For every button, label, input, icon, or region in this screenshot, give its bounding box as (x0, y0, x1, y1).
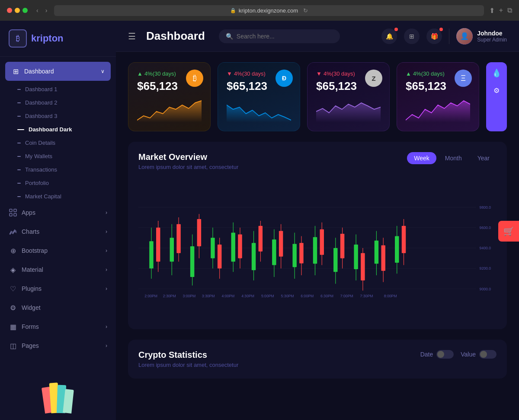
sub-indicator (17, 196, 21, 197)
market-overview-info: Market Overview Lorem ipsum dolor sit am… (138, 152, 238, 170)
sidebar-item-charts[interactable]: Charts › (0, 222, 116, 241)
svg-rect-53 (340, 234, 344, 258)
trend-text: 4%(30 days) (324, 70, 355, 77)
trend-arrow-down: ▼ (227, 70, 232, 77)
sub-item-label: Dashboard Dark (29, 126, 72, 133)
svg-rect-51 (333, 248, 337, 272)
date-toggle-item: Date (420, 350, 454, 359)
time-tab-year[interactable]: Year (471, 152, 497, 164)
sub-item-coin-details[interactable]: Coin Details (9, 136, 116, 150)
svg-text:5:00PM: 5:00PM (261, 294, 274, 298)
crypto-cards-row: ▲ 4%(30 days) $65,123 ₿ (128, 62, 507, 131)
svg-rect-29 (218, 245, 221, 268)
sub-item-my-wallets[interactable]: My Wallets (9, 150, 116, 163)
sidebar-item-apps[interactable]: Apps › (0, 203, 116, 222)
svg-rect-3 (14, 213, 16, 216)
svg-text:3:30PM: 3:30PM (202, 294, 215, 298)
sidebar-item-widget[interactable]: ⚙ Widget (0, 298, 116, 317)
svg-text:9400.0: 9400.0 (480, 246, 491, 250)
browser-nav: ‹ › (35, 6, 49, 15)
close-dot[interactable] (7, 8, 12, 13)
svg-rect-19 (170, 238, 174, 261)
material-icon: ◈ (9, 265, 17, 274)
gift-button[interactable]: 🎁 (426, 29, 442, 44)
time-tab-week[interactable]: Week (407, 152, 436, 164)
settings-icon-small[interactable]: ⚙ (493, 86, 500, 95)
search-input[interactable] (237, 33, 333, 40)
sub-item-dashboard-dark[interactable]: Dashboard Dark (9, 123, 116, 136)
crypto-card-btc: ▲ 4%(30 days) $65,123 ₿ (128, 62, 211, 131)
minimize-dot[interactable] (15, 8, 20, 13)
app-container: ₿ kripton ⊞ Dashboard ∨ Dashboard 1 Dash… (0, 21, 519, 420)
sidebar-item-dashboard[interactable]: ⊞ Dashboard ∨ (5, 62, 111, 81)
pages-label: Pages (22, 342, 39, 349)
back-button[interactable]: ‹ (35, 6, 40, 15)
sidebar-item-material[interactable]: ◈ Material › (0, 260, 116, 279)
svg-rect-17 (156, 228, 160, 262)
svg-rect-35 (252, 243, 256, 270)
sidebar-item-forms[interactable]: ▦ Forms › (0, 317, 116, 336)
logo-area: ₿ kripton (0, 21, 116, 57)
svg-rect-21 (176, 224, 180, 253)
svg-text:7:00PM: 7:00PM (340, 294, 353, 298)
forms-label: Forms (22, 323, 39, 330)
crypto-stats-info: Crypto Statistics Lorem ipsum dolor sit … (138, 350, 238, 368)
search-icon: 🔍 (226, 33, 233, 40)
sidebar-illustration (0, 376, 116, 420)
value-toggle-label: Value (461, 351, 476, 358)
sub-item-label: Dashboard 2 (25, 99, 57, 106)
toggle-knob (437, 351, 444, 358)
apps-label: Apps (22, 209, 35, 216)
bell-icon: 🔔 (386, 33, 393, 40)
new-tab-icon[interactable]: + (499, 6, 503, 15)
search-bar[interactable]: 🔍 (219, 29, 340, 43)
time-tab-month[interactable]: Month (438, 152, 469, 164)
sub-item-market-capital[interactable]: Market Capital (9, 190, 116, 203)
lock-icon: 🔒 (230, 8, 236, 13)
forward-button[interactable]: › (44, 6, 49, 15)
share-icon[interactable]: ⬆ (489, 6, 495, 15)
tabs-icon[interactable]: ⧉ (507, 6, 512, 15)
menu-button[interactable]: ☰ (128, 31, 136, 41)
user-profile[interactable]: 👤 Johndoe Super Admin (456, 28, 507, 45)
grid-icon: ⊞ (409, 33, 414, 40)
sub-item-dashboard3[interactable]: Dashboard 3 (9, 109, 116, 123)
toggle-knob (480, 351, 487, 358)
market-overview-header: Market Overview Lorem ipsum dolor sit am… (138, 152, 497, 170)
sub-item-label: Coin Details (25, 140, 55, 146)
address-bar[interactable]: 🔒 kripton.dexignzone.com ↻ (54, 5, 484, 16)
svg-rect-23 (190, 246, 194, 277)
apps-grid-button[interactable]: ⊞ (404, 29, 420, 44)
browser-chrome: ‹ › 🔒 kripton.dexignzone.com ↻ ⬆ + ⧉ (0, 0, 519, 21)
svg-rect-1 (14, 209, 16, 212)
candlestick-chart-container: 9800.0 9600.0 9400.0 9200.0 9000.0 (138, 179, 497, 319)
crypto-card-zec: ▼ 4%(30 days) $65,123 Z (307, 62, 390, 131)
svg-rect-57 (361, 253, 365, 280)
svg-text:6:00PM: 6:00PM (301, 294, 314, 298)
float-cart-button[interactable]: 🛒 (498, 221, 519, 242)
sub-item-label: Transactions (25, 166, 57, 173)
sidebar-item-bootstrap[interactable]: ⊕ Bootstrap › (0, 241, 116, 260)
plugins-icon: ♡ (9, 284, 17, 293)
date-toggle[interactable] (436, 350, 454, 359)
sub-item-dashboard2[interactable]: Dashboard 2 (9, 96, 116, 109)
divider (449, 29, 449, 44)
maximize-dot[interactable] (22, 8, 28, 13)
value-toggle[interactable] (479, 350, 497, 359)
sub-item-dashboard1[interactable]: Dashboard 1 (9, 83, 116, 96)
apps-icon (9, 208, 17, 217)
sub-item-label: Market Capital (25, 193, 61, 200)
topbar-actions: 🔔 ⊞ 🎁 👤 Johndoe Super A (381, 28, 507, 45)
sidebar-item-pages[interactable]: ◫ Pages › (0, 336, 116, 355)
notification-button[interactable]: 🔔 (381, 29, 397, 44)
page-title: Dashboard (146, 29, 205, 43)
svg-rect-63 (395, 236, 399, 263)
sidebar-item-plugins[interactable]: ♡ Plugins › (0, 279, 116, 298)
svg-rect-45 (299, 243, 303, 263)
reload-icon[interactable]: ↻ (303, 7, 308, 14)
zec-chart (316, 96, 381, 122)
eth-badge: Ξ (455, 70, 472, 87)
sub-item-portofolio[interactable]: Portofolio (9, 176, 116, 190)
sub-item-transactions[interactable]: Transactions (9, 163, 116, 176)
svg-rect-33 (238, 234, 242, 258)
